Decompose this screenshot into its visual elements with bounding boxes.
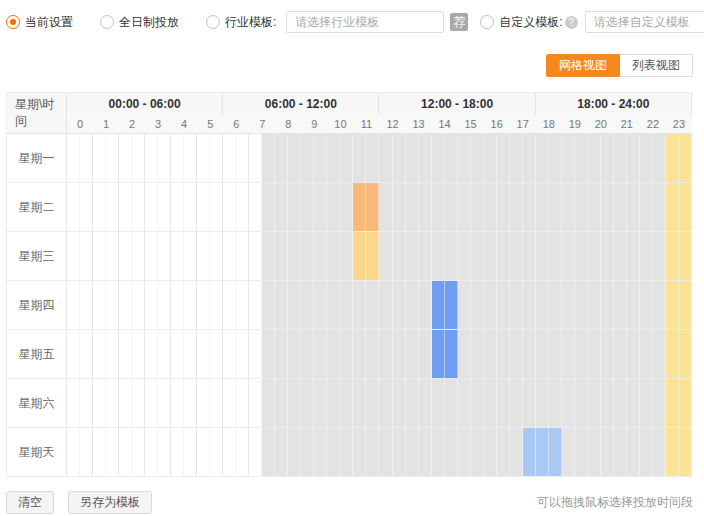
schedule-cell[interactable] [588, 428, 601, 477]
schedule-cell[interactable] [288, 232, 301, 281]
schedule-cell[interactable] [210, 428, 223, 477]
schedule-cell[interactable] [419, 330, 432, 379]
schedule-cell[interactable] [601, 281, 614, 330]
schedule-cell[interactable] [249, 330, 262, 379]
schedule-cell[interactable] [314, 281, 327, 330]
schedule-cell[interactable] [236, 183, 249, 232]
schedule-cell[interactable] [210, 232, 223, 281]
schedule-cell[interactable] [67, 134, 80, 183]
schedule-cell[interactable] [132, 379, 145, 428]
schedule-cell[interactable] [640, 183, 653, 232]
schedule-cell[interactable] [575, 281, 588, 330]
schedule-cell[interactable] [119, 183, 132, 232]
schedule-cell[interactable] [379, 281, 392, 330]
schedule-cell[interactable] [93, 379, 106, 428]
schedule-cell[interactable] [223, 281, 236, 330]
schedule-cell[interactable] [549, 183, 562, 232]
schedule-cell[interactable] [210, 330, 223, 379]
schedule-cell[interactable] [471, 379, 484, 428]
schedule-cell[interactable] [445, 330, 458, 379]
schedule-cell[interactable] [614, 379, 627, 428]
schedule-cell[interactable] [262, 134, 275, 183]
schedule-cell[interactable] [419, 379, 432, 428]
schedule-cell[interactable] [588, 379, 601, 428]
schedule-cell[interactable] [679, 134, 692, 183]
help-icon[interactable]: ? [565, 16, 578, 29]
schedule-cell[interactable] [288, 281, 301, 330]
schedule-cell[interactable] [236, 281, 249, 330]
schedule-cell[interactable] [171, 330, 184, 379]
schedule-cell[interactable] [119, 379, 132, 428]
schedule-cell[interactable] [327, 428, 340, 477]
schedule-cell[interactable] [210, 134, 223, 183]
schedule-cell[interactable] [653, 281, 666, 330]
schedule-cell[interactable] [197, 379, 210, 428]
schedule-cell[interactable] [393, 330, 406, 379]
schedule-cell[interactable] [679, 232, 692, 281]
schedule-cell[interactable] [249, 232, 262, 281]
schedule-cell[interactable] [275, 183, 288, 232]
schedule-cell[interactable] [536, 379, 549, 428]
schedule-cell[interactable] [106, 183, 119, 232]
schedule-cell[interactable] [197, 183, 210, 232]
schedule-cell[interactable] [458, 428, 471, 477]
schedule-cell[interactable] [393, 134, 406, 183]
schedule-cell[interactable] [445, 183, 458, 232]
schedule-cell[interactable] [340, 281, 353, 330]
schedule-cell[interactable] [523, 428, 536, 477]
schedule-cell[interactable] [497, 379, 510, 428]
schedule-cell[interactable] [158, 379, 171, 428]
schedule-cell[interactable] [67, 232, 80, 281]
schedule-cell[interactable] [484, 281, 497, 330]
schedule-cell[interactable] [327, 379, 340, 428]
schedule-cell[interactable] [223, 330, 236, 379]
schedule-cell[interactable] [471, 330, 484, 379]
schedule-cell[interactable] [432, 232, 445, 281]
schedule-cell[interactable] [419, 134, 432, 183]
schedule-cell[interactable] [640, 330, 653, 379]
schedule-cell[interactable] [314, 183, 327, 232]
schedule-cell[interactable] [353, 232, 366, 281]
schedule-cell[interactable] [80, 281, 93, 330]
schedule-cell[interactable] [393, 232, 406, 281]
schedule-cell[interactable] [497, 134, 510, 183]
schedule-cell[interactable] [171, 428, 184, 477]
schedule-cell[interactable] [327, 134, 340, 183]
schedule-cell[interactable] [353, 183, 366, 232]
schedule-cell[interactable] [627, 134, 640, 183]
schedule-cell[interactable] [471, 134, 484, 183]
schedule-cell[interactable] [158, 330, 171, 379]
schedule-cell[interactable] [158, 281, 171, 330]
schedule-cell[interactable] [458, 281, 471, 330]
schedule-cell[interactable] [275, 330, 288, 379]
schedule-cell[interactable] [353, 428, 366, 477]
schedule-cell[interactable] [536, 428, 549, 477]
schedule-cell[interactable] [184, 183, 197, 232]
schedule-cell[interactable] [536, 281, 549, 330]
schedule-cell[interactable] [288, 134, 301, 183]
schedule-cell[interactable] [197, 134, 210, 183]
schedule-cell[interactable] [210, 281, 223, 330]
schedule-cell[interactable] [158, 232, 171, 281]
schedule-cell[interactable] [510, 428, 523, 477]
schedule-cell[interactable] [484, 232, 497, 281]
schedule-cell[interactable] [432, 330, 445, 379]
industry-template-input[interactable] [286, 11, 444, 33]
schedule-cell[interactable] [679, 183, 692, 232]
schedule-cell[interactable] [275, 134, 288, 183]
schedule-cell[interactable] [640, 134, 653, 183]
schedule-cell[interactable] [327, 281, 340, 330]
schedule-cell[interactable] [640, 281, 653, 330]
schedule-cell[interactable] [132, 428, 145, 477]
schedule-cell[interactable] [93, 428, 106, 477]
schedule-cell[interactable] [562, 134, 575, 183]
schedule-cell[interactable] [184, 379, 197, 428]
schedule-cell[interactable] [67, 330, 80, 379]
schedule-cell[interactable] [614, 428, 627, 477]
schedule-cell[interactable] [523, 134, 536, 183]
schedule-cell[interactable] [119, 330, 132, 379]
schedule-cell[interactable] [562, 379, 575, 428]
schedule-cell[interactable] [588, 134, 601, 183]
schedule-cell[interactable] [484, 379, 497, 428]
schedule-cell[interactable] [601, 134, 614, 183]
